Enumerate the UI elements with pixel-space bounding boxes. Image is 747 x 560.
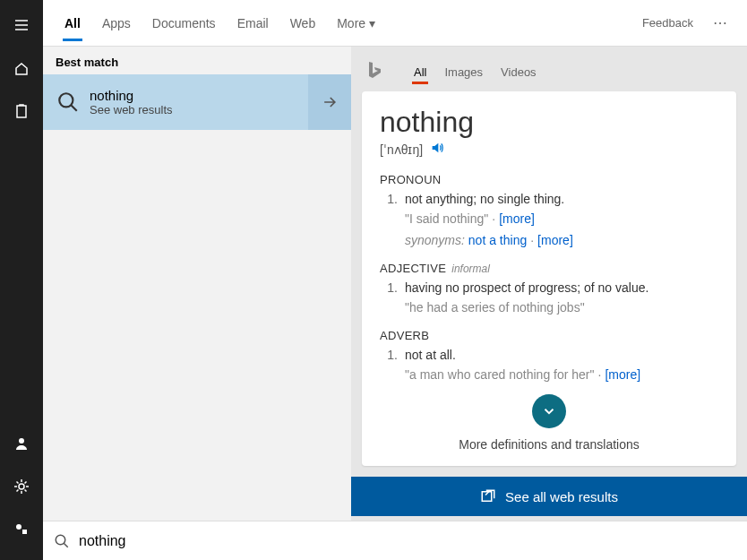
preview-tab-videos[interactable]: Videos (492, 52, 545, 91)
svg-point-3 (16, 524, 21, 530)
preview-tab-images[interactable]: Images (435, 52, 492, 91)
tab-documents[interactable]: Documents (142, 0, 227, 47)
tab-apps[interactable]: Apps (91, 0, 142, 47)
definition: not anything; no single thing. (405, 192, 718, 206)
search-input[interactable] (79, 533, 736, 549)
preview-tabs: All Images Videos (351, 52, 747, 91)
hamburger-icon[interactable] (0, 4, 43, 47)
feedback-icon[interactable] (0, 508, 43, 551)
more-definitions-label: More definitions and translations (459, 437, 640, 452)
part-of-speech: PRONOUN (380, 173, 718, 186)
dictionary-card: nothing [ˈnʌθɪŋ] PRONOUN1.not anything; … (362, 91, 736, 466)
example: "a man who cared nothing for her" (405, 367, 595, 382)
home-icon[interactable] (0, 47, 43, 90)
example: "I said nothing" (405, 211, 488, 226)
part-of-speech: ADVERB (380, 329, 718, 342)
definition: not at all. (405, 348, 718, 362)
result-title: nothing (90, 88, 173, 103)
synonyms-label: synonyms: (405, 233, 465, 247)
svg-rect-0 (17, 106, 26, 117)
example: "he had a series of nothing jobs" (405, 300, 585, 314)
feedback-link[interactable]: Feedback (631, 16, 704, 30)
search-bar (43, 521, 747, 560)
more-link[interactable]: [more] (537, 233, 573, 247)
definition: having no prospect of progress; of no va… (405, 280, 718, 295)
svg-point-1 (19, 438, 24, 444)
def-number: 1. (380, 192, 405, 206)
svg-point-7 (56, 535, 65, 545)
def-number: 1. (380, 348, 405, 362)
expand-button[interactable] (532, 394, 566, 428)
tab-all[interactable]: All (54, 0, 91, 47)
bing-logo-icon (365, 60, 387, 83)
tab-web[interactable]: Web (279, 0, 327, 47)
clipboard-icon[interactable] (0, 90, 43, 133)
gear-icon[interactable] (0, 465, 43, 508)
tab-more[interactable]: More▾ (326, 0, 386, 47)
more-link[interactable]: [more] (499, 211, 535, 226)
chevron-down-icon: ▾ (369, 16, 375, 30)
search-icon (54, 533, 70, 549)
pronunciation: [ˈnʌθɪŋ] (380, 142, 423, 157)
see-all-results-button[interactable]: See all web results (351, 477, 747, 516)
svg-point-2 (19, 484, 24, 489)
preview-tab-all[interactable]: All (405, 52, 435, 91)
app-rail (0, 0, 43, 560)
result-subtitle: See web results (90, 103, 173, 116)
open-result-button[interactable] (308, 74, 351, 130)
speaker-icon[interactable] (430, 141, 444, 159)
svg-rect-4 (22, 530, 27, 534)
user-icon[interactable] (0, 422, 43, 465)
search-scope-tabs: All Apps Documents Email Web More▾ Feedb… (43, 0, 747, 47)
search-icon (52, 86, 84, 118)
search-result-item[interactable]: nothing See web results (43, 74, 351, 130)
best-match-header: Best match (43, 47, 351, 74)
more-options-icon[interactable]: ⋯ (704, 14, 736, 31)
headword: nothing (380, 106, 718, 139)
def-number: 1. (380, 280, 405, 295)
synonym-link[interactable]: not a thing (468, 233, 527, 247)
part-of-speech: ADJECTIVEinformal (380, 262, 718, 275)
more-link[interactable]: [more] (605, 367, 640, 382)
tab-email[interactable]: Email (227, 0, 279, 47)
svg-point-5 (59, 93, 73, 107)
